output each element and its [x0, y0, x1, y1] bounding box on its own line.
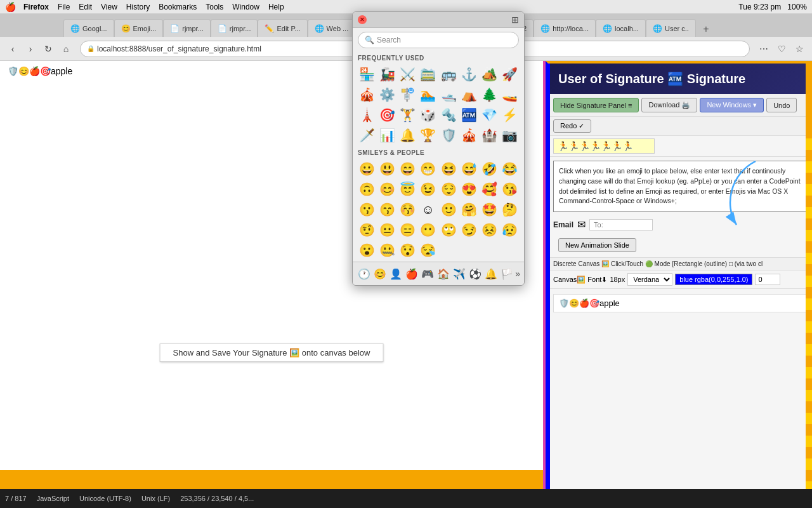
emoji-cell[interactable]: ⚙️	[377, 84, 397, 105]
emoji-cell[interactable]: 😶	[418, 220, 438, 240]
emoji-cell[interactable]: 🏰	[480, 125, 500, 145]
emoji-cell[interactable]: 😌	[438, 179, 459, 199]
emoji-cell[interactable]: 🛡️	[438, 125, 459, 145]
menubar-window[interactable]: Window	[232, 3, 259, 11]
tab-2[interactable]: 😊Emoji...	[114, 19, 164, 37]
hide-signature-button[interactable]: Hide Signature Panel ≡	[553, 98, 639, 112]
star-button[interactable]: ☆	[792, 41, 807, 57]
emoji-cell[interactable]: 🤔	[500, 199, 520, 220]
emoji-cell[interactable]: 😑	[398, 220, 418, 240]
emoji-cell[interactable]: 🏋️	[398, 105, 418, 125]
footer-more-button[interactable]: »	[515, 265, 520, 283]
new-windows-button[interactable]: New Windows ▾	[700, 98, 764, 112]
emoji-cell[interactable]: 🏊	[418, 84, 438, 105]
emoji-cell[interactable]: 🏕️	[480, 64, 500, 84]
emoji-cell[interactable]: 😆	[438, 159, 459, 179]
menubar-history[interactable]: History	[126, 3, 150, 11]
emoji-cell[interactable]: 💎	[480, 105, 500, 125]
emoji-cell[interactable]: ⚓	[459, 64, 479, 84]
picker-grid-button[interactable]: ⊞	[511, 15, 519, 25]
menubar-edit[interactable]: Edit	[79, 3, 92, 11]
emoji-cell[interactable]: 😯	[398, 240, 418, 260]
new-animation-slide-button[interactable]: New Animation Slide	[558, 238, 636, 252]
menubar-view[interactable]: View	[101, 3, 117, 11]
footer-cat-people[interactable]: 👤	[388, 265, 403, 283]
footer-cat-places[interactable]: 🏠	[436, 265, 450, 283]
emoji-cell[interactable]: 🙃	[357, 179, 377, 199]
undo-button[interactable]: Undo	[766, 98, 797, 112]
emoji-cell[interactable]: 😉	[418, 179, 438, 199]
emoji-cell[interactable]: 🚌	[438, 64, 459, 84]
emoji-cell[interactable]: 🎪	[357, 84, 377, 105]
emoji-cell[interactable]: ⚔️	[398, 64, 418, 84]
reader-view-button[interactable]: ⋯	[756, 41, 771, 57]
tab-6[interactable]: 🌐Web ...	[308, 19, 356, 37]
emoji-cell[interactable]: 🎯	[377, 105, 397, 125]
animation-text-input[interactable]: 🏃🏃🏃🏃🏃🏃🏃	[553, 138, 655, 154]
emoji-cell[interactable]: 😗	[357, 199, 377, 220]
emoji-cell[interactable]: 📊	[377, 125, 397, 145]
tab-4[interactable]: 📄rjmpr...	[211, 19, 258, 37]
footer-cat-activities[interactable]: 🎮	[420, 265, 435, 283]
footer-cat-flags[interactable]: 🏳️	[499, 265, 514, 283]
emoji-cell[interactable]: 😏	[459, 220, 479, 240]
emoji-cell[interactable]: 🚀	[500, 64, 520, 84]
emoji-cell[interactable]: 🏧	[459, 105, 479, 125]
emoji-cell[interactable]: 🏪	[357, 64, 377, 84]
emoji-cell[interactable]: 😅	[459, 159, 479, 179]
emoji-cell[interactable]: 😪	[418, 240, 438, 260]
emoji-cell[interactable]: 📷	[500, 125, 520, 145]
emoji-cell[interactable]: 😀	[357, 159, 377, 179]
emoji-cell[interactable]: 🚤	[500, 84, 520, 105]
emoji-cell[interactable]: 😮	[357, 240, 377, 260]
apple-icon[interactable]: 🍎	[5, 2, 16, 12]
emoji-cell[interactable]: 🏆	[418, 125, 438, 145]
emoji-cell[interactable]: 😙	[377, 199, 397, 220]
emoji-cell[interactable]: ☺️	[418, 199, 438, 220]
picker-search-bar[interactable]: 🔍 Search	[358, 32, 519, 48]
emoji-cell[interactable]: 🗡️	[357, 125, 377, 145]
menubar-bookmarks[interactable]: Bookmarks	[159, 3, 197, 11]
menubar-firefox[interactable]: Firefox	[23, 3, 49, 11]
footer-cat-travel[interactable]: ✈️	[452, 265, 466, 283]
picker-close-button[interactable]: ✕	[358, 15, 367, 24]
bookmark-button[interactable]: ♡	[774, 41, 789, 57]
emoji-cell[interactable]: 🤐	[377, 240, 397, 260]
emoji-cell[interactable]: 🔩	[438, 105, 459, 125]
emoji-cell[interactable]: ⛺	[459, 84, 479, 105]
emoji-cell[interactable]: 😐	[377, 220, 397, 240]
tab-13[interactable]: 🌐User c..	[646, 19, 696, 37]
home-button[interactable]: ⌂	[58, 41, 74, 57]
font-family-select[interactable]: Verdana	[627, 273, 672, 286]
tab-11[interactable]: 🌐http://loca...	[534, 19, 596, 37]
emoji-cell[interactable]: 😥	[500, 220, 520, 240]
show-save-button[interactable]: Show and Save Your Signature 🖼️ onto can…	[160, 344, 384, 362]
emoji-cell[interactable]: 🤨	[357, 220, 377, 240]
emoji-cell[interactable]: 😣	[480, 220, 500, 240]
emoji-cell[interactable]: 🙄	[438, 220, 459, 240]
emoji-cell[interactable]: 😄	[398, 159, 418, 179]
emoji-cell[interactable]: 😘	[500, 179, 520, 199]
footer-cat-symbols[interactable]: 🔔	[483, 265, 498, 283]
email-to-input[interactable]	[589, 219, 653, 231]
menubar-help[interactable]: Help	[268, 3, 284, 11]
emoji-cell[interactable]: 🤩	[480, 199, 500, 220]
emoji-cell[interactable]: 🥰	[480, 179, 500, 199]
emoji-cell[interactable]: 🗼	[357, 105, 377, 125]
tab-12[interactable]: 🌐localh...	[596, 19, 646, 37]
emoji-cell[interactable]: 🚞	[418, 64, 438, 84]
footer-cat-smileys[interactable]: 😊	[372, 265, 387, 283]
emoji-cell[interactable]: 🎲	[418, 105, 438, 125]
new-tab-button[interactable]: +	[698, 22, 714, 37]
emoji-cell[interactable]: 🚏	[398, 84, 418, 105]
emoji-cell[interactable]: 😍	[459, 179, 479, 199]
menubar-file[interactable]: File	[58, 3, 70, 11]
font-num-input[interactable]	[755, 274, 780, 285]
emoji-cell[interactable]: 🤗	[459, 199, 479, 220]
emoji-cell[interactable]: 😂	[500, 159, 520, 179]
tab-5[interactable]: ✏️Edit P...	[258, 19, 307, 37]
emoji-cell[interactable]: 🙂	[438, 199, 459, 220]
emoji-cell[interactable]: 🚂	[377, 64, 397, 84]
back-button[interactable]: ‹	[5, 41, 20, 57]
footer-cat-objects[interactable]: ⚽	[468, 265, 482, 283]
